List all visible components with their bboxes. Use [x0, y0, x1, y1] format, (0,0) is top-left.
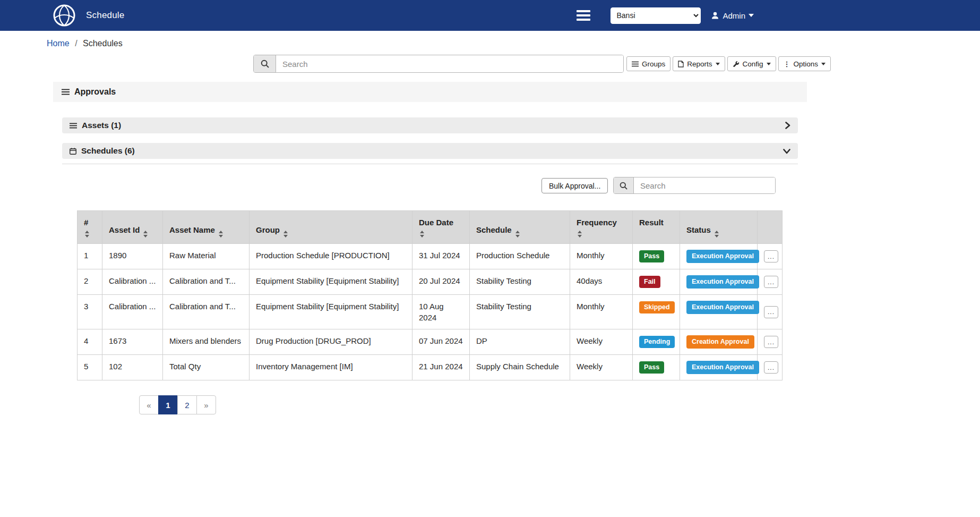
schedules-panel-header[interactable]: Schedules (6): [62, 143, 798, 159]
options-label: Options: [794, 60, 819, 68]
column-label: Asset Name: [169, 225, 215, 234]
search-button[interactable]: [254, 55, 276, 72]
row-number: 1: [78, 244, 102, 269]
column-label: #: [84, 217, 88, 228]
schedules-panel-label: Schedules (6): [81, 146, 135, 156]
cell-due-date: 21 Jun 2024: [412, 355, 470, 380]
cell-schedule: Production Schedule: [470, 244, 570, 269]
list-icon: [62, 89, 70, 95]
cell-frequency: Monthly: [570, 295, 633, 329]
chevron-right-icon: [785, 122, 790, 129]
row-actions-button[interactable]: ...: [764, 306, 778, 318]
row-actions-button[interactable]: ...: [764, 361, 778, 374]
cell-asset-id: Calibration ...: [102, 269, 163, 295]
table-search-button[interactable]: [614, 177, 634, 193]
document-icon: [678, 61, 684, 67]
column-header-schedule[interactable]: Schedule: [470, 211, 570, 244]
cell-actions: ...: [758, 355, 783, 380]
cell-status: Execution Approval: [680, 355, 758, 380]
admin-menu[interactable]: Admin: [711, 11, 754, 20]
vertical-dots-icon: ⋮: [784, 60, 790, 68]
cell-asset-name: Raw Material: [163, 244, 250, 269]
column-label: Asset Id: [109, 225, 140, 234]
sort-icon: [515, 231, 520, 238]
caret-down-icon: [767, 63, 771, 65]
result-badge: Pass: [639, 250, 664, 262]
table-body: 11890Raw MaterialProduction Schedule [PR…: [78, 244, 783, 380]
table-row: 5102Total QtyInventory Management [IM]21…: [78, 355, 783, 380]
list-icon: [632, 61, 639, 67]
table-header-row: # Asset Id Asset Name Group Due Date: [78, 211, 783, 244]
cell-result: Pass: [633, 244, 680, 269]
cell-actions: ...: [758, 269, 783, 295]
pagination-prev-button[interactable]: «: [139, 395, 159, 414]
user-context-select[interactable]: Bansi: [611, 7, 701, 24]
menu-icon[interactable]: [577, 8, 590, 23]
cell-due-date: 31 Jul 2024: [412, 244, 470, 269]
row-actions-button[interactable]: ...: [764, 250, 778, 262]
groups-button[interactable]: Groups: [626, 56, 670, 71]
app-logo-icon: [53, 4, 76, 27]
row-number: 2: [78, 269, 102, 295]
column-header-actions: [758, 211, 783, 244]
search-icon: [620, 182, 627, 190]
row-actions-button[interactable]: ...: [764, 276, 778, 288]
pagination-page-button[interactable]: 2: [177, 395, 197, 414]
global-search-input[interactable]: [276, 55, 623, 72]
options-button[interactable]: ⋮ Options: [778, 56, 831, 71]
pagination-page-button[interactable]: 1: [158, 395, 178, 414]
assets-panel-header[interactable]: Assets (1): [62, 117, 798, 133]
sort-icon: [219, 231, 223, 238]
table-search-input[interactable]: [634, 177, 775, 193]
column-header-frequency[interactable]: Frequency: [570, 211, 633, 244]
reports-button[interactable]: Reports: [673, 56, 725, 71]
cell-schedule: Stability Testing: [470, 295, 570, 329]
bulk-approval-button[interactable]: Bulk Approval...: [541, 178, 608, 193]
pagination-next-button[interactable]: »: [196, 395, 216, 414]
cell-due-date: 20 Jul 2024: [412, 269, 470, 295]
row-number: 3: [78, 295, 102, 329]
cell-result: Pass: [633, 355, 680, 380]
sort-icon: [283, 231, 288, 238]
sort-icon: [578, 231, 582, 238]
row-number: 4: [78, 329, 102, 355]
cell-schedule: DP: [470, 329, 570, 355]
status-badge[interactable]: Execution Approval: [686, 361, 759, 374]
status-badge[interactable]: Execution Approval: [686, 250, 759, 263]
config-button[interactable]: Config: [727, 56, 776, 71]
breadcrumb-home-link[interactable]: Home: [47, 39, 70, 48]
cell-actions: ...: [758, 295, 783, 329]
approvals-panels: Assets (1) Schedules (6) Bulk Approval..…: [62, 117, 798, 414]
column-header-due-date[interactable]: Due Date: [412, 211, 470, 244]
cell-actions: ...: [758, 244, 783, 269]
status-badge[interactable]: Execution Approval: [686, 301, 759, 314]
column-header-num[interactable]: #: [78, 211, 102, 244]
column-label: Due Date: [419, 217, 453, 228]
column-header-group[interactable]: Group: [250, 211, 412, 244]
status-badge[interactable]: Creation Approval: [686, 335, 754, 349]
search-icon: [261, 60, 269, 68]
status-badge[interactable]: Execution Approval: [686, 275, 759, 289]
cell-frequency: 40days: [570, 269, 633, 295]
table-search: [613, 177, 776, 194]
cell-due-date: 07 Jun 2024: [412, 329, 470, 355]
result-badge: Fail: [639, 276, 660, 288]
result-badge: Skipped: [639, 301, 675, 313]
cell-result: Skipped: [633, 295, 680, 329]
approvals-section-header: Approvals: [53, 82, 807, 102]
column-header-status[interactable]: Status: [680, 211, 758, 244]
panel-divider: [62, 164, 798, 164]
reports-label: Reports: [687, 60, 712, 68]
cell-asset-name: Calibration and T...: [163, 295, 250, 329]
column-label: Result: [639, 218, 664, 227]
cell-schedule: Stability Testing: [470, 269, 570, 295]
sort-icon: [420, 231, 424, 238]
sort-icon: [85, 231, 89, 238]
row-actions-button[interactable]: ...: [764, 336, 778, 348]
column-header-asset-name[interactable]: Asset Name: [163, 211, 250, 244]
cell-result: Pending: [633, 329, 680, 355]
toolbar-buttons: Groups Reports Config ⋮ Options: [626, 56, 831, 71]
cell-actions: ...: [758, 329, 783, 355]
cell-schedule: Supply Chain Schedule: [470, 355, 570, 380]
column-header-asset-id[interactable]: Asset Id: [102, 211, 163, 244]
